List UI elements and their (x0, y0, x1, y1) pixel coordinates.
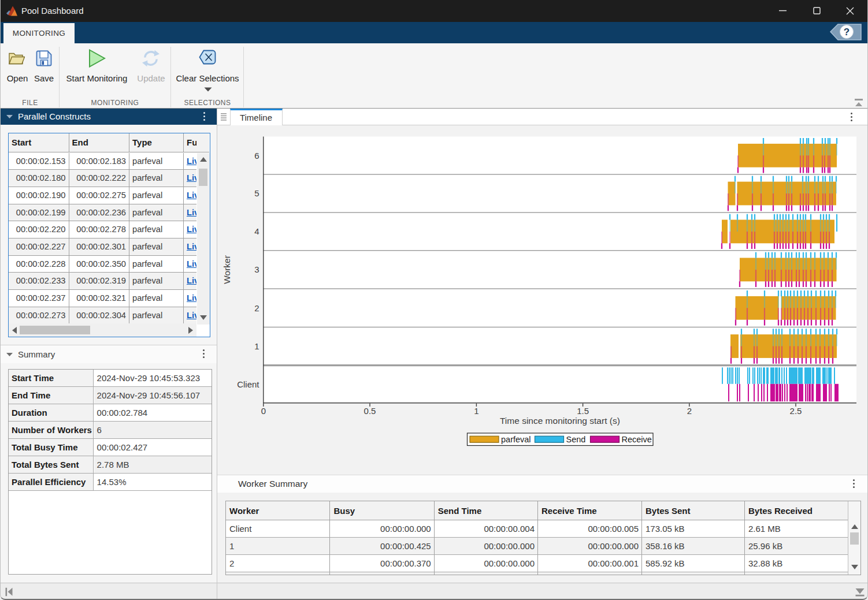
svg-text:4: 4 (254, 226, 259, 236)
svg-text:?: ? (844, 27, 850, 38)
svg-text:2: 2 (687, 406, 692, 416)
svg-text:1.5: 1.5 (577, 406, 589, 416)
svg-text:1: 1 (254, 341, 259, 351)
svg-text:3: 3 (254, 264, 259, 274)
svg-text:5: 5 (254, 188, 259, 198)
svg-text:Receive: Receive (622, 435, 652, 444)
svg-text:2: 2 (254, 303, 259, 313)
svg-text:2.5: 2.5 (790, 406, 802, 416)
svg-text:0: 0 (261, 406, 266, 416)
svg-text:Time since monitoring start (s: Time since monitoring start (s) (500, 416, 620, 426)
svg-text:Worker: Worker (222, 255, 232, 284)
svg-text:6: 6 (254, 151, 259, 161)
svg-text:Send: Send (566, 435, 586, 444)
svg-text:parfeval: parfeval (501, 435, 531, 444)
svg-text:0.5: 0.5 (364, 406, 376, 416)
svg-text:Client: Client (237, 379, 259, 389)
svg-text:1: 1 (474, 406, 478, 416)
